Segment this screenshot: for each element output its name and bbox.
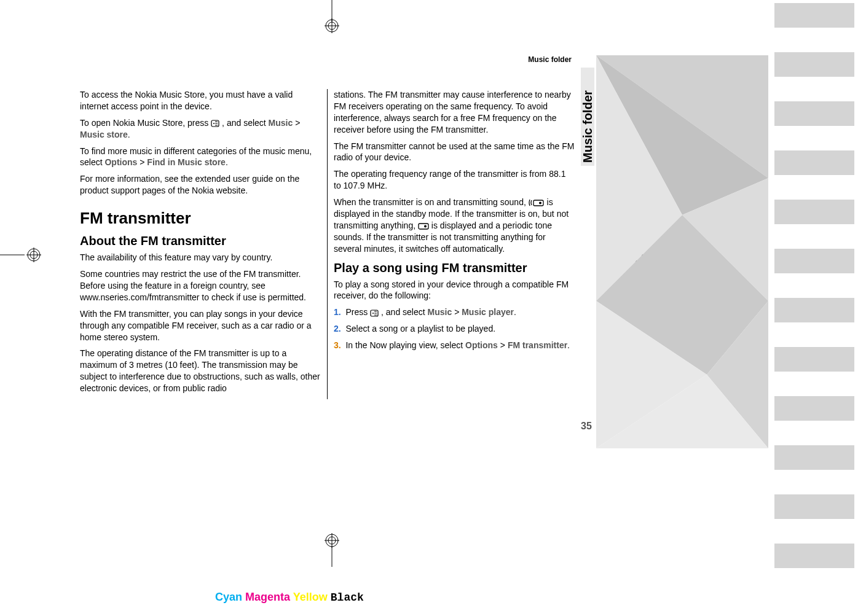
magenta-label: Magenta: [245, 591, 290, 603]
text: >: [295, 118, 300, 128]
body-text: stations. The FM transmitter may cause i…: [334, 89, 575, 136]
list-item: 2. Select a song or a playlist to be pla…: [334, 323, 575, 335]
transmitter-on-icon: [418, 222, 429, 230]
body-text: To play a song stored in your device thr…: [334, 279, 575, 302]
crop-mark-left: [0, 243, 43, 267]
thumb-tab: [774, 3, 854, 28]
menu-path: Music: [428, 307, 452, 317]
thumb-tab: [774, 544, 854, 568]
menu-key-icon: [211, 120, 219, 127]
right-column: stations. The FM transmitter may cause i…: [328, 89, 575, 399]
thumb-tab: [774, 249, 854, 273]
body-text: When the transmitter is on and transmitt…: [334, 197, 575, 254]
menu-path: Options: [104, 157, 137, 167]
page-number: 35: [581, 421, 592, 432]
text: .: [514, 307, 516, 317]
transmitting-icon: [529, 198, 545, 207]
menu-path: Find in Music store: [147, 157, 226, 167]
thumb-tab: [774, 52, 854, 77]
content-columns: To access the Nokia Music Store, you mus…: [80, 89, 575, 399]
svg-rect-30: [533, 200, 543, 206]
text: .: [128, 130, 130, 139]
menu-path: Music: [269, 118, 293, 128]
svg-point-33: [424, 225, 427, 228]
thumb-tab: [774, 200, 854, 224]
svg-point-35: [372, 313, 374, 314]
subsection-heading: Play a song using FM transmitter: [334, 260, 575, 276]
body-text: The FM transmitter cannot be used at the…: [334, 141, 575, 164]
menu-key-icon: [370, 310, 379, 317]
thumb-tab: [774, 298, 854, 322]
body-text: For more information, see the extended u…: [80, 173, 321, 197]
body-text: The operating distance of the FM transmi…: [80, 348, 321, 394]
black-label: Black: [331, 591, 364, 604]
thumb-tab: [774, 347, 854, 372]
body-text: To access the Nokia Music Store, you mus…: [80, 89, 321, 112]
svg-rect-32: [419, 224, 428, 229]
yellow-label: Yellow: [293, 591, 328, 603]
thumb-tab: [774, 101, 854, 126]
list-number: 1.: [334, 307, 341, 317]
cyan-label: Cyan: [215, 591, 242, 603]
text: >: [454, 307, 462, 317]
text: >: [500, 340, 508, 350]
cmyk-bar: Cyan Magenta Yellow Black: [215, 591, 364, 604]
body-text: The availability of this feature may var…: [80, 252, 321, 263]
thumb-tabs: [774, 3, 854, 593]
thumb-tab: [774, 445, 854, 470]
text: , and select: [381, 307, 428, 317]
text: Press: [345, 307, 370, 317]
body-text: The operating frequency range of the tra…: [334, 168, 575, 192]
svg-point-29: [213, 123, 215, 124]
menu-path: Options: [465, 340, 498, 350]
list-number: 2.: [334, 324, 341, 333]
text: When the transmitter is on and transmitt…: [334, 197, 529, 207]
menu-path: FM transmitter: [508, 340, 567, 350]
left-column: To access the Nokia Music Store, you mus…: [80, 89, 328, 399]
list-number: 3.: [334, 340, 341, 350]
svg-point-31: [539, 202, 541, 205]
text: >: [140, 157, 147, 167]
text: , and select: [222, 118, 269, 128]
thumb-tab: [774, 494, 854, 519]
body-text: Some countries may restrict the use of t…: [80, 268, 321, 303]
body-text: With the FM transmitter, you can play so…: [80, 308, 321, 343]
subsection-heading: About the FM transmitter: [80, 233, 321, 249]
text: To open Nokia Music Store, press: [80, 118, 211, 128]
sidebar-label: Music folder: [581, 90, 595, 163]
text: In the Now playing view, select: [345, 340, 465, 350]
numbered-list: 1. Press , and select Music > Music play…: [334, 306, 575, 351]
text: .: [567, 340, 570, 350]
thumb-tab: [774, 396, 854, 421]
list-item: 3. In the Now playing view, select Optio…: [334, 340, 575, 351]
crop-mark-bottom: [320, 533, 344, 567]
menu-path: Music player: [462, 307, 514, 317]
page: Music folder To access the Nokia Music S…: [0, 0, 866, 616]
section-heading: FM transmitter: [80, 208, 321, 229]
body-text: To find more music in different categori…: [80, 146, 321, 169]
crop-mark-top: [320, 0, 344, 34]
page-header: Music folder: [80, 55, 572, 64]
text: .: [226, 157, 228, 167]
menu-path: Music store: [80, 130, 128, 139]
thumb-tab: [774, 150, 854, 175]
text: Select a song or a playlist to be played…: [345, 324, 495, 333]
body-text: To open Nokia Music Store, press , and s…: [80, 117, 321, 141]
decorative-triangles: [596, 55, 768, 448]
list-item: 1. Press , and select Music > Music play…: [334, 306, 575, 318]
